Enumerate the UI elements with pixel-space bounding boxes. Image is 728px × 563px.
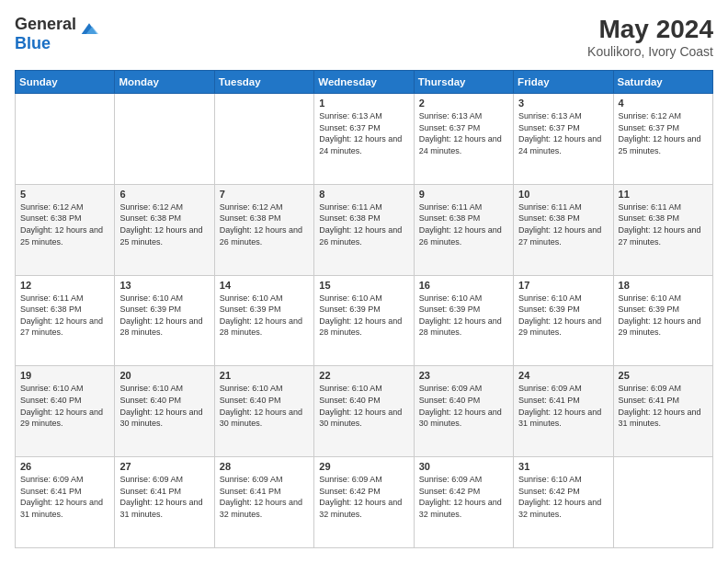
col-saturday: Saturday xyxy=(613,71,712,94)
table-row: 1Sunrise: 6:13 AM Sunset: 6:37 PM Daylig… xyxy=(314,94,414,185)
logo-text: General Blue xyxy=(15,15,98,53)
day-info: Sunrise: 6:11 AM Sunset: 6:38 PM Dayligh… xyxy=(20,293,109,339)
day-number: 10 xyxy=(518,189,608,200)
col-tuesday: Tuesday xyxy=(214,71,313,94)
table-row: 13Sunrise: 6:10 AM Sunset: 6:39 PM Dayli… xyxy=(115,275,214,366)
table-row: 21Sunrise: 6:10 AM Sunset: 6:40 PM Dayli… xyxy=(214,366,313,457)
day-info: Sunrise: 6:10 AM Sunset: 6:39 PM Dayligh… xyxy=(419,293,508,339)
table-row: 9Sunrise: 6:11 AM Sunset: 6:38 PM Daylig… xyxy=(414,184,513,275)
title-block: May 2024 Koulikoro, Ivory Coast xyxy=(587,15,713,59)
day-info: Sunrise: 6:13 AM Sunset: 6:37 PM Dayligh… xyxy=(419,110,508,156)
day-number: 2 xyxy=(419,98,508,109)
calendar-header-row: Sunday Monday Tuesday Wednesday Thursday… xyxy=(16,71,713,94)
day-info: Sunrise: 6:12 AM Sunset: 6:38 PM Dayligh… xyxy=(119,201,209,247)
day-number: 13 xyxy=(119,280,209,291)
col-sunday: Sunday xyxy=(16,71,115,94)
day-number: 27 xyxy=(119,461,209,472)
table-row xyxy=(115,94,214,185)
logo-blue-text: Blue xyxy=(15,34,76,53)
day-info: Sunrise: 6:09 AM Sunset: 6:40 PM Dayligh… xyxy=(419,383,508,429)
day-info: Sunrise: 6:12 AM Sunset: 6:38 PM Dayligh… xyxy=(220,201,309,247)
table-row: 14Sunrise: 6:10 AM Sunset: 6:39 PM Dayli… xyxy=(214,275,313,366)
day-number: 16 xyxy=(419,280,508,291)
day-info: Sunrise: 6:13 AM Sunset: 6:37 PM Dayligh… xyxy=(319,110,408,156)
table-row: 25Sunrise: 6:09 AM Sunset: 6:41 PM Dayli… xyxy=(613,366,712,457)
table-row: 23Sunrise: 6:09 AM Sunset: 6:40 PM Dayli… xyxy=(414,366,513,457)
table-row: 27Sunrise: 6:09 AM Sunset: 6:41 PM Dayli… xyxy=(115,457,214,548)
table-row xyxy=(613,457,712,548)
day-number: 22 xyxy=(319,370,408,381)
table-row: 2Sunrise: 6:13 AM Sunset: 6:37 PM Daylig… xyxy=(414,94,513,185)
col-wednesday: Wednesday xyxy=(314,71,414,94)
table-row: 17Sunrise: 6:10 AM Sunset: 6:39 PM Dayli… xyxy=(514,275,613,366)
day-number: 11 xyxy=(619,189,708,200)
day-info: Sunrise: 6:10 AM Sunset: 6:40 PM Dayligh… xyxy=(319,383,408,429)
table-row: 3Sunrise: 6:13 AM Sunset: 6:37 PM Daylig… xyxy=(514,94,613,185)
calendar-row-3: 19Sunrise: 6:10 AM Sunset: 6:40 PM Dayli… xyxy=(16,366,713,457)
day-info: Sunrise: 6:11 AM Sunset: 6:38 PM Dayligh… xyxy=(419,201,508,247)
calendar-table: Sunday Monday Tuesday Wednesday Thursday… xyxy=(15,70,713,548)
day-number: 31 xyxy=(518,461,608,472)
table-row: 19Sunrise: 6:10 AM Sunset: 6:40 PM Dayli… xyxy=(16,366,115,457)
table-row: 22Sunrise: 6:10 AM Sunset: 6:40 PM Dayli… xyxy=(314,366,414,457)
logo-icon xyxy=(80,20,98,39)
calendar-row-2: 12Sunrise: 6:11 AM Sunset: 6:38 PM Dayli… xyxy=(16,275,713,366)
table-row: 30Sunrise: 6:09 AM Sunset: 6:42 PM Dayli… xyxy=(414,457,513,548)
day-info: Sunrise: 6:09 AM Sunset: 6:41 PM Dayligh… xyxy=(518,383,608,429)
page: General Blue May 2024 Koulikoro, Ivory C… xyxy=(0,0,728,563)
col-monday: Monday xyxy=(115,71,214,94)
day-number: 9 xyxy=(419,189,508,200)
table-row: 28Sunrise: 6:09 AM Sunset: 6:41 PM Dayli… xyxy=(214,457,313,548)
day-info: Sunrise: 6:09 AM Sunset: 6:41 PM Dayligh… xyxy=(119,474,209,520)
day-info: Sunrise: 6:11 AM Sunset: 6:38 PM Dayligh… xyxy=(619,201,708,247)
day-info: Sunrise: 6:11 AM Sunset: 6:38 PM Dayligh… xyxy=(518,201,608,247)
table-row: 18Sunrise: 6:10 AM Sunset: 6:39 PM Dayli… xyxy=(613,275,712,366)
day-number: 30 xyxy=(419,461,508,472)
table-row: 16Sunrise: 6:10 AM Sunset: 6:39 PM Dayli… xyxy=(414,275,513,366)
table-row: 7Sunrise: 6:12 AM Sunset: 6:38 PM Daylig… xyxy=(214,184,313,275)
table-row: 11Sunrise: 6:11 AM Sunset: 6:38 PM Dayli… xyxy=(613,184,712,275)
logo: General Blue xyxy=(15,15,98,53)
day-info: Sunrise: 6:12 AM Sunset: 6:37 PM Dayligh… xyxy=(619,110,708,156)
day-info: Sunrise: 6:10 AM Sunset: 6:40 PM Dayligh… xyxy=(20,383,109,429)
day-info: Sunrise: 6:09 AM Sunset: 6:41 PM Dayligh… xyxy=(20,474,109,520)
day-number: 26 xyxy=(20,461,109,472)
day-number: 1 xyxy=(319,98,408,109)
table-row: 31Sunrise: 6:10 AM Sunset: 6:42 PM Dayli… xyxy=(514,457,613,548)
day-number: 4 xyxy=(619,98,708,109)
table-row: 6Sunrise: 6:12 AM Sunset: 6:38 PM Daylig… xyxy=(115,184,214,275)
table-row: 4Sunrise: 6:12 AM Sunset: 6:37 PM Daylig… xyxy=(613,94,712,185)
day-number: 8 xyxy=(319,189,408,200)
day-number: 12 xyxy=(20,280,109,291)
table-row: 24Sunrise: 6:09 AM Sunset: 6:41 PM Dayli… xyxy=(514,366,613,457)
day-number: 23 xyxy=(419,370,508,381)
col-friday: Friday xyxy=(514,71,613,94)
day-number: 25 xyxy=(619,370,708,381)
day-number: 17 xyxy=(518,280,608,291)
day-number: 7 xyxy=(220,189,309,200)
day-number: 18 xyxy=(619,280,708,291)
day-info: Sunrise: 6:13 AM Sunset: 6:37 PM Dayligh… xyxy=(518,110,608,156)
calendar-row-4: 26Sunrise: 6:09 AM Sunset: 6:41 PM Dayli… xyxy=(16,457,713,548)
day-number: 28 xyxy=(220,461,309,472)
day-info: Sunrise: 6:09 AM Sunset: 6:42 PM Dayligh… xyxy=(319,474,408,520)
day-info: Sunrise: 6:10 AM Sunset: 6:39 PM Dayligh… xyxy=(220,293,309,339)
day-number: 5 xyxy=(20,189,109,200)
table-row: 29Sunrise: 6:09 AM Sunset: 6:42 PM Dayli… xyxy=(314,457,414,548)
table-row: 10Sunrise: 6:11 AM Sunset: 6:38 PM Dayli… xyxy=(514,184,613,275)
table-row: 26Sunrise: 6:09 AM Sunset: 6:41 PM Dayli… xyxy=(16,457,115,548)
day-info: Sunrise: 6:12 AM Sunset: 6:38 PM Dayligh… xyxy=(20,201,109,247)
day-number: 3 xyxy=(518,98,608,109)
day-number: 29 xyxy=(319,461,408,472)
table-row: 15Sunrise: 6:10 AM Sunset: 6:39 PM Dayli… xyxy=(314,275,414,366)
day-number: 20 xyxy=(119,370,209,381)
table-row: 5Sunrise: 6:12 AM Sunset: 6:38 PM Daylig… xyxy=(16,184,115,275)
day-info: Sunrise: 6:10 AM Sunset: 6:42 PM Dayligh… xyxy=(518,474,608,520)
calendar-row-0: 1Sunrise: 6:13 AM Sunset: 6:37 PM Daylig… xyxy=(16,94,713,185)
day-info: Sunrise: 6:10 AM Sunset: 6:39 PM Dayligh… xyxy=(619,293,708,339)
table-row: 8Sunrise: 6:11 AM Sunset: 6:38 PM Daylig… xyxy=(314,184,414,275)
day-number: 15 xyxy=(319,280,408,291)
table-row: 12Sunrise: 6:11 AM Sunset: 6:38 PM Dayli… xyxy=(16,275,115,366)
col-thursday: Thursday xyxy=(414,71,513,94)
day-number: 24 xyxy=(518,370,608,381)
